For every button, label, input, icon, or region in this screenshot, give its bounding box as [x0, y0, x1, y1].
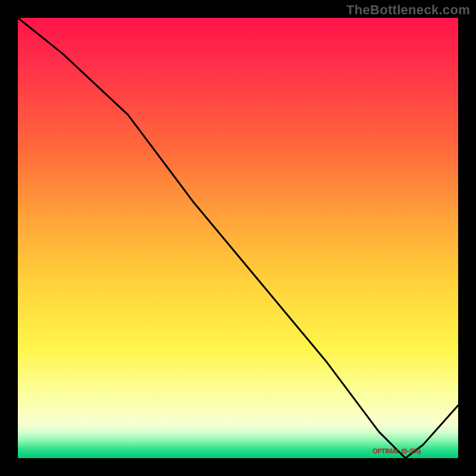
optimal-range-label: OPTIMAL (0–5%) [372, 447, 421, 455]
watermark-text: TheBottleneck.com [346, 2, 470, 18]
chart-frame: TheBottleneck.com OPTIMAL (0–5%) [0, 0, 476, 476]
bottleneck-curve [18, 18, 458, 458]
plot-area: OPTIMAL (0–5%) [18, 18, 458, 458]
